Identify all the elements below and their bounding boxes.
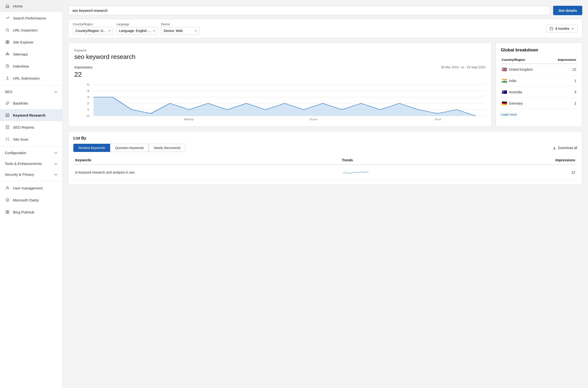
sidebar-section-configuration-label: Configuration bbox=[5, 151, 26, 155]
sidebar-label-user-management: User management bbox=[13, 186, 43, 190]
pubhub-icon bbox=[5, 209, 10, 215]
sidebar-item-microsoft-clarity[interactable]: Microsoft Clarity bbox=[0, 194, 62, 206]
sidebar-section-tools[interactable]: Tools & Enhancements bbox=[0, 158, 62, 169]
tab-question-keywords[interactable]: Question keywords bbox=[110, 144, 149, 152]
list-by-title: List By bbox=[73, 136, 577, 140]
sidebar-label-site-scan: Site Scan bbox=[13, 137, 28, 141]
svg-rect-8 bbox=[7, 54, 8, 55]
global-col-impressions: Impressions bbox=[548, 56, 577, 64]
clarity-icon bbox=[5, 197, 10, 203]
sidebar-label-home: Home bbox=[13, 4, 23, 8]
scan-icon bbox=[5, 137, 10, 142]
global-country-cell: 🇩🇪 Germany bbox=[501, 98, 548, 109]
sidebar-item-sitemaps[interactable]: Sitemaps bbox=[0, 48, 62, 60]
download-all-button[interactable]: Download all bbox=[552, 146, 577, 150]
link-icon bbox=[5, 100, 10, 106]
svg-text:4: 4 bbox=[87, 89, 90, 93]
sidebar-item-home[interactable]: Home bbox=[0, 0, 62, 12]
svg-text:Jun: Jun bbox=[309, 118, 318, 121]
global-table: Country/Region Impressions 🇬🇧 United Kin… bbox=[501, 56, 577, 109]
keyword-card: Keyword seo keyword research Impressions… bbox=[68, 43, 491, 127]
sidebar-item-site-scan[interactable]: Site Scan bbox=[0, 133, 62, 145]
sidebar-section-security[interactable]: Security & Privacy bbox=[0, 169, 62, 180]
filter-language-select[interactable]: Language: English ... bbox=[116, 27, 158, 35]
filter-language-label: Language bbox=[116, 23, 158, 26]
filter-device-select[interactable]: Device: Web bbox=[161, 27, 200, 35]
load-more-link[interactable]: Load more bbox=[501, 113, 577, 116]
search-bar-row: Get details bbox=[68, 6, 582, 15]
download-label: Download all bbox=[558, 146, 577, 150]
global-country-cell: 🇬🇧 United Kingdom bbox=[501, 64, 548, 75]
global-table-row: 🇩🇪 Germany 2 bbox=[501, 98, 577, 109]
sidebar-section-configuration[interactable]: Configuration bbox=[0, 147, 62, 158]
sidebar-item-search-performance[interactable]: Search Performance bbox=[0, 12, 62, 24]
download-icon bbox=[552, 146, 556, 150]
filters-row: Country/Region Country/Region: U... Lang… bbox=[68, 19, 582, 38]
country-name: Australia bbox=[509, 90, 522, 94]
svg-rect-6 bbox=[7, 52, 8, 53]
filter-device: Device Device: Web bbox=[161, 23, 200, 35]
kw-impressions-cell: 22 bbox=[477, 165, 577, 180]
svg-rect-3 bbox=[8, 41, 9, 42]
global-country-cell: 🇦🇺 Australia bbox=[501, 87, 548, 98]
get-details-button[interactable]: Get details bbox=[553, 6, 582, 15]
tab-newly-discovered[interactable]: Newly discovered bbox=[149, 144, 185, 152]
sidebar-item-user-management[interactable]: User management bbox=[0, 182, 62, 194]
sidebar-item-keyword-research[interactable]: Keyword Research bbox=[0, 109, 62, 121]
sidebar-label-sitemaps: Sitemaps bbox=[13, 52, 28, 56]
sitemap-icon bbox=[5, 51, 10, 57]
filter-language: Language Language: English ... bbox=[116, 23, 158, 35]
filter-country: Country/Region Country/Region: U... bbox=[73, 23, 113, 35]
search-input[interactable] bbox=[68, 6, 550, 15]
svg-line-1 bbox=[8, 31, 9, 32]
tab-related-keywords[interactable]: Related keywords bbox=[73, 144, 110, 152]
sidebar-label-backlinks: Backlinks bbox=[13, 101, 28, 105]
flag-icon: 🇮🇳 bbox=[502, 78, 507, 83]
country-name: United Kingdom bbox=[509, 68, 533, 72]
global-impressions-cell: 1 bbox=[548, 75, 577, 87]
report-icon bbox=[5, 124, 10, 130]
sidebar-item-seo-reports[interactable]: SEO Reports bbox=[0, 121, 62, 133]
table-icon bbox=[5, 113, 10, 118]
global-table-row: 🇦🇺 Australia 3 bbox=[501, 87, 577, 98]
sidebar-section-tools-label: Tools & Enhancements bbox=[5, 162, 42, 166]
sidebar-item-indexnow[interactable]: IndexNow bbox=[0, 60, 62, 72]
global-impressions-cell: 3 bbox=[548, 87, 577, 98]
sidebar-item-url-inspection[interactable]: URL Inspection bbox=[0, 24, 62, 36]
search-icon bbox=[5, 27, 10, 33]
sidebar-section-security-label: Security & Privacy bbox=[5, 172, 34, 176]
sidebar-item-backlinks[interactable]: Backlinks bbox=[0, 97, 62, 109]
sidebar-item-url-submission[interactable]: URL Submission bbox=[0, 72, 62, 84]
sidebar-label-keyword-research: Keyword Research bbox=[13, 113, 46, 117]
sidebar-item-site-explorer[interactable]: Site Explorer bbox=[0, 36, 62, 48]
global-col-country: Country/Region bbox=[501, 56, 548, 64]
flag-icon: 🇩🇪 bbox=[502, 101, 507, 106]
grid-icon bbox=[5, 39, 10, 45]
months-label: 6 months bbox=[555, 27, 569, 30]
global-breakdown-title: Global breakdown bbox=[501, 48, 577, 53]
svg-text:Jul: Jul bbox=[434, 118, 441, 121]
trend-sparkline bbox=[342, 168, 371, 176]
sidebar-section-seo[interactable]: SEO bbox=[0, 86, 62, 97]
kw-col-impressions: Impressions bbox=[477, 156, 577, 165]
sidebar-label-indexnow: IndexNow bbox=[13, 64, 29, 68]
months-button[interactable]: 6 months bbox=[546, 25, 578, 32]
global-table-row: 🇮🇳 India 1 bbox=[501, 75, 577, 87]
tab-row: Related keywords Question keywords Newly… bbox=[73, 144, 577, 152]
keyword-label: Keyword bbox=[74, 48, 485, 52]
svg-rect-4 bbox=[6, 42, 7, 44]
filter-country-select[interactable]: Country/Region: U... bbox=[73, 27, 113, 35]
keyword-title: seo keyword research bbox=[74, 53, 485, 61]
chevron-down-icon bbox=[571, 27, 574, 30]
sidebar-item-bing-pubhub[interactable]: Bing PubHub bbox=[0, 206, 62, 218]
svg-rect-31 bbox=[8, 212, 9, 214]
global-table-row: 🇬🇧 United Kingdom 22 bbox=[501, 64, 577, 75]
svg-text:5: 5 bbox=[87, 83, 90, 86]
keywords-table: Keywords Trends Impressions is keyword r… bbox=[73, 156, 577, 180]
global-breakdown-card: Global breakdown Country/Region Impressi… bbox=[496, 43, 582, 127]
calendar-icon bbox=[550, 27, 553, 30]
svg-text:0: 0 bbox=[87, 114, 90, 118]
global-impressions-cell: 22 bbox=[548, 64, 577, 75]
divider-1 bbox=[0, 85, 62, 85]
tabs: Related keywords Question keywords Newly… bbox=[73, 144, 185, 152]
